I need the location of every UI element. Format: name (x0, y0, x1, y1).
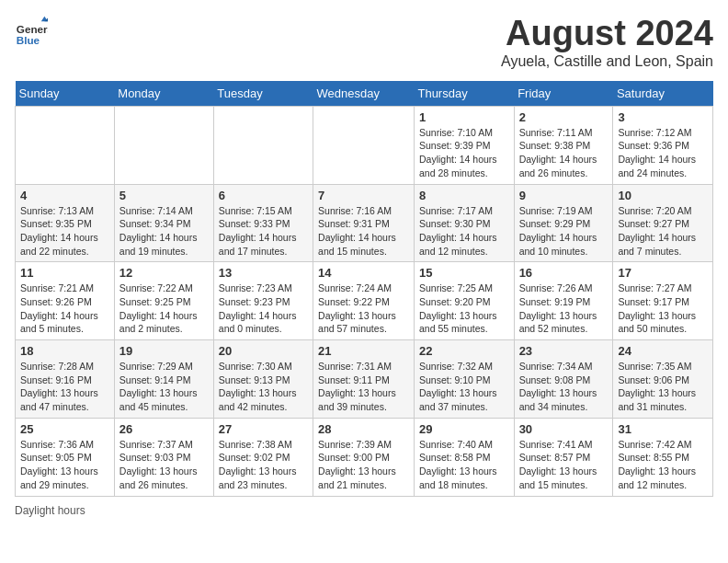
week-row-3: 11Sunrise: 7:21 AM Sunset: 9:26 PM Dayli… (16, 262, 713, 340)
day-info: Sunrise: 7:26 AM Sunset: 9:19 PM Dayligh… (519, 282, 609, 336)
week-row-1: 1Sunrise: 7:10 AM Sunset: 9:39 PM Daylig… (16, 106, 713, 184)
day-number: 2 (519, 110, 609, 124)
col-header-thursday: Thursday (414, 81, 514, 107)
day-number: 28 (318, 422, 409, 436)
day-info: Sunrise: 7:15 AM Sunset: 9:33 PM Dayligh… (219, 204, 308, 259)
day-number: 22 (419, 344, 509, 358)
cal-cell: 30Sunrise: 7:41 AM Sunset: 8:57 PM Dayli… (514, 418, 613, 496)
cal-cell: 10Sunrise: 7:20 AM Sunset: 9:27 PM Dayli… (613, 184, 713, 262)
day-info: Sunrise: 7:27 AM Sunset: 9:17 PM Dayligh… (618, 282, 708, 336)
day-number: 3 (618, 110, 708, 124)
cal-cell: 12Sunrise: 7:22 AM Sunset: 9:25 PM Dayli… (114, 262, 213, 340)
day-number: 4 (20, 189, 109, 202)
week-row-4: 18Sunrise: 7:28 AM Sunset: 9:16 PM Dayli… (16, 340, 713, 419)
cal-cell: 28Sunrise: 7:39 AM Sunset: 9:00 PM Dayli… (313, 418, 415, 496)
day-info: Sunrise: 7:38 AM Sunset: 9:02 PM Dayligh… (219, 438, 308, 492)
cal-cell: 6Sunrise: 7:15 AM Sunset: 9:33 PM Daylig… (213, 184, 313, 262)
cal-cell: 7Sunrise: 7:16 AM Sunset: 9:31 PM Daylig… (313, 184, 415, 262)
page-header: General Blue August 2024 Ayuela, Castill… (15, 15, 713, 70)
cal-cell: 4Sunrise: 7:13 AM Sunset: 9:35 PM Daylig… (16, 184, 115, 262)
cal-cell: 20Sunrise: 7:30 AM Sunset: 9:13 PM Dayli… (213, 340, 313, 419)
day-number: 19 (119, 344, 209, 358)
day-number: 23 (519, 344, 609, 358)
day-info: Sunrise: 7:24 AM Sunset: 9:22 PM Dayligh… (318, 282, 409, 336)
day-info: Sunrise: 7:39 AM Sunset: 9:00 PM Dayligh… (318, 438, 409, 492)
day-info: Sunrise: 7:20 AM Sunset: 9:27 PM Dayligh… (618, 204, 708, 259)
day-number: 30 (519, 422, 609, 436)
day-number: 1 (419, 110, 509, 124)
cal-cell: 22Sunrise: 7:32 AM Sunset: 9:10 PM Dayli… (414, 340, 514, 419)
day-number: 8 (419, 189, 509, 202)
day-info: Sunrise: 7:22 AM Sunset: 9:25 PM Dayligh… (119, 282, 209, 336)
cal-cell: 3Sunrise: 7:12 AM Sunset: 9:36 PM Daylig… (613, 106, 713, 184)
day-info: Sunrise: 7:40 AM Sunset: 8:58 PM Dayligh… (419, 438, 509, 492)
day-info: Sunrise: 7:11 AM Sunset: 9:38 PM Dayligh… (519, 126, 609, 180)
day-number: 20 (219, 344, 308, 358)
col-header-friday: Friday (514, 81, 613, 107)
col-header-saturday: Saturday (613, 81, 713, 107)
day-number: 10 (618, 189, 708, 202)
calendar-subtitle: Ayuela, Castille and Leon, Spain (501, 53, 713, 70)
day-info: Sunrise: 7:25 AM Sunset: 9:20 PM Dayligh… (419, 282, 509, 336)
cal-cell: 8Sunrise: 7:17 AM Sunset: 9:30 PM Daylig… (414, 184, 514, 262)
svg-text:Blue: Blue (17, 34, 40, 46)
col-header-sunday: Sunday (16, 81, 115, 107)
cal-cell: 24Sunrise: 7:35 AM Sunset: 9:06 PM Dayli… (613, 340, 713, 419)
day-info: Sunrise: 7:10 AM Sunset: 9:39 PM Dayligh… (419, 126, 509, 180)
cal-cell: 23Sunrise: 7:34 AM Sunset: 9:08 PM Dayli… (514, 340, 613, 419)
day-number: 14 (318, 266, 409, 280)
day-info: Sunrise: 7:31 AM Sunset: 9:11 PM Dayligh… (318, 360, 409, 414)
header-row: SundayMondayTuesdayWednesdayThursdayFrid… (16, 81, 713, 107)
day-info: Sunrise: 7:13 AM Sunset: 9:35 PM Dayligh… (20, 204, 109, 259)
day-number: 11 (20, 266, 109, 280)
cal-cell: 15Sunrise: 7:25 AM Sunset: 9:20 PM Dayli… (414, 262, 514, 340)
day-number: 18 (20, 344, 109, 358)
col-header-tuesday: Tuesday (213, 81, 313, 107)
col-header-monday: Monday (114, 81, 213, 107)
day-info: Sunrise: 7:34 AM Sunset: 9:08 PM Dayligh… (519, 360, 609, 414)
cal-cell: 25Sunrise: 7:36 AM Sunset: 9:05 PM Dayli… (16, 418, 115, 496)
day-number: 15 (419, 266, 509, 280)
day-number: 25 (20, 422, 109, 436)
day-number: 9 (519, 189, 609, 202)
cal-cell: 5Sunrise: 7:14 AM Sunset: 9:34 PM Daylig… (114, 184, 213, 262)
day-info: Sunrise: 7:35 AM Sunset: 9:06 PM Dayligh… (618, 360, 708, 414)
week-row-5: 25Sunrise: 7:36 AM Sunset: 9:05 PM Dayli… (16, 418, 713, 496)
cal-cell: 18Sunrise: 7:28 AM Sunset: 9:16 PM Dayli… (16, 340, 115, 419)
day-number: 21 (318, 344, 409, 358)
day-number: 16 (519, 266, 609, 280)
day-info: Sunrise: 7:42 AM Sunset: 8:55 PM Dayligh… (618, 438, 708, 492)
calendar-table: SundayMondayTuesdayWednesdayThursdayFrid… (15, 81, 713, 497)
day-info: Sunrise: 7:30 AM Sunset: 9:13 PM Dayligh… (219, 360, 308, 414)
day-info: Sunrise: 7:29 AM Sunset: 9:14 PM Dayligh… (119, 360, 209, 414)
cal-cell: 21Sunrise: 7:31 AM Sunset: 9:11 PM Dayli… (313, 340, 415, 419)
day-info: Sunrise: 7:17 AM Sunset: 9:30 PM Dayligh… (419, 204, 509, 259)
cal-cell: 17Sunrise: 7:27 AM Sunset: 9:17 PM Dayli… (613, 262, 713, 340)
day-info: Sunrise: 7:21 AM Sunset: 9:26 PM Dayligh… (20, 282, 109, 336)
day-info: Sunrise: 7:32 AM Sunset: 9:10 PM Dayligh… (419, 360, 509, 414)
day-number: 17 (618, 266, 708, 280)
cal-cell: 11Sunrise: 7:21 AM Sunset: 9:26 PM Dayli… (16, 262, 115, 340)
cal-cell: 16Sunrise: 7:26 AM Sunset: 9:19 PM Dayli… (514, 262, 613, 340)
day-info: Sunrise: 7:23 AM Sunset: 9:23 PM Dayligh… (219, 282, 308, 336)
day-number: 6 (219, 189, 308, 202)
day-number: 24 (618, 344, 708, 358)
title-area: August 2024 Ayuela, Castille and Leon, S… (501, 15, 713, 70)
day-info: Sunrise: 7:12 AM Sunset: 9:36 PM Dayligh… (618, 126, 708, 180)
day-info: Sunrise: 7:41 AM Sunset: 8:57 PM Dayligh… (519, 438, 609, 492)
cal-cell: 13Sunrise: 7:23 AM Sunset: 9:23 PM Dayli… (213, 262, 313, 340)
cal-cell: 27Sunrise: 7:38 AM Sunset: 9:02 PM Dayli… (213, 418, 313, 496)
day-info: Sunrise: 7:36 AM Sunset: 9:05 PM Dayligh… (20, 438, 109, 492)
calendar-title: August 2024 (501, 15, 713, 53)
day-number: 26 (119, 422, 209, 436)
day-number: 31 (618, 422, 708, 436)
cal-cell: 14Sunrise: 7:24 AM Sunset: 9:22 PM Dayli… (313, 262, 415, 340)
day-number: 27 (219, 422, 308, 436)
cal-cell: 19Sunrise: 7:29 AM Sunset: 9:14 PM Dayli… (114, 340, 213, 419)
cal-cell (114, 106, 213, 184)
cal-cell: 2Sunrise: 7:11 AM Sunset: 9:38 PM Daylig… (514, 106, 613, 184)
day-info: Sunrise: 7:14 AM Sunset: 9:34 PM Dayligh… (119, 204, 209, 259)
cal-cell (313, 106, 415, 184)
logo-icon: General Blue (15, 15, 48, 48)
col-header-wednesday: Wednesday (313, 81, 415, 107)
